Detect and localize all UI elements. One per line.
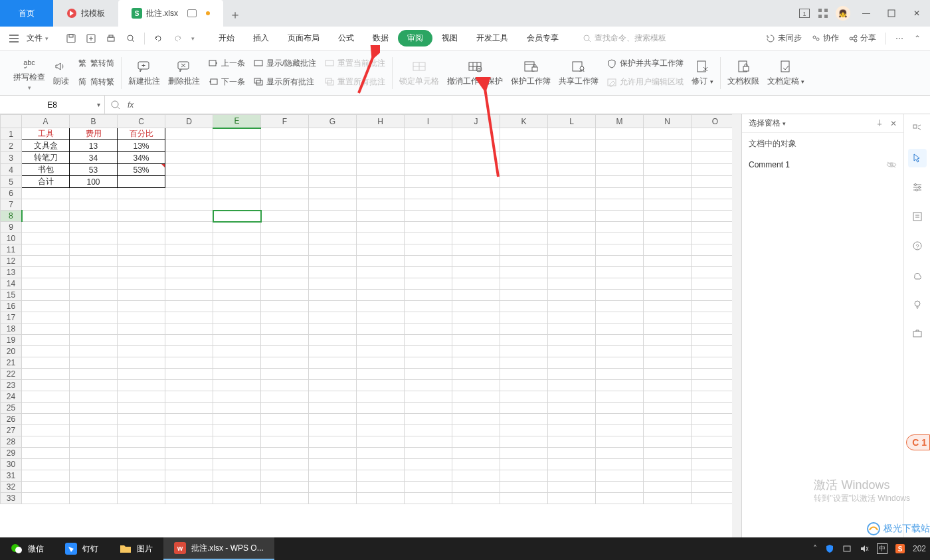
cell[interactable] [261, 448, 309, 459]
cell[interactable] [70, 391, 118, 403]
cell[interactable] [261, 278, 309, 290]
showall-comment-button[interactable]: 显示所有批注 [253, 74, 316, 90]
cell[interactable] [261, 403, 309, 414]
cell[interactable] [309, 459, 357, 470]
cell[interactable] [261, 267, 309, 278]
row-header[interactable]: 20 [1, 346, 22, 357]
cell[interactable] [596, 335, 644, 346]
tab-file[interactable]: S 批注.xlsx [118, 0, 223, 27]
cell[interactable] [405, 278, 452, 290]
cell[interactable]: 53 [70, 164, 118, 176]
cell[interactable] [644, 335, 692, 346]
cell[interactable] [452, 222, 500, 233]
cell[interactable]: 13% [118, 140, 165, 152]
cell[interactable] [644, 448, 692, 459]
cell[interactable] [644, 357, 692, 369]
cell[interactable] [165, 380, 213, 391]
select-all-corner[interactable] [1, 115, 22, 128]
cell[interactable] [309, 324, 357, 335]
cell[interactable] [500, 312, 548, 324]
cell[interactable] [261, 256, 309, 267]
cell[interactable] [261, 369, 309, 380]
cell[interactable] [70, 267, 118, 278]
cell[interactable] [357, 436, 405, 448]
row-header[interactable]: 19 [1, 335, 22, 346]
cell[interactable] [118, 346, 165, 357]
cell[interactable] [596, 244, 644, 256]
cell[interactable] [213, 290, 261, 301]
cell[interactable] [22, 290, 70, 301]
cell[interactable]: 100 [70, 176, 118, 188]
cell[interactable] [213, 493, 261, 504]
cell[interactable] [644, 199, 692, 211]
cell[interactable] [500, 164, 548, 176]
cell[interactable] [70, 244, 118, 256]
row-header[interactable]: 3 [1, 152, 22, 164]
tray-network-icon[interactable] [842, 544, 852, 553]
cell[interactable] [548, 256, 596, 267]
spellcheck-button[interactable]: abc 拼写检查▾ [9, 53, 49, 92]
next-comment-button[interactable]: 下一条 [208, 74, 245, 90]
cell[interactable] [405, 470, 452, 482]
cell[interactable] [309, 278, 357, 290]
cell[interactable] [261, 128, 309, 140]
row-header[interactable]: 29 [1, 448, 22, 459]
cell[interactable] [357, 267, 405, 278]
cell[interactable] [309, 414, 357, 425]
menu-tab-formula[interactable]: 公式 [329, 29, 363, 48]
cell[interactable] [548, 436, 596, 448]
cell[interactable] [213, 152, 261, 164]
cell[interactable] [22, 346, 70, 357]
cell[interactable] [22, 324, 70, 335]
side-backup-icon[interactable] [908, 266, 927, 284]
cell[interactable] [548, 391, 596, 403]
cell[interactable] [405, 222, 452, 233]
cell[interactable] [644, 425, 692, 436]
cell[interactable] [22, 199, 70, 211]
cell[interactable] [452, 459, 500, 470]
cell[interactable] [213, 369, 261, 380]
cell[interactable] [165, 448, 213, 459]
cell[interactable] [405, 482, 452, 493]
cell[interactable] [165, 425, 213, 436]
row-header[interactable]: 33 [1, 493, 22, 504]
cell[interactable] [357, 493, 405, 504]
row-header[interactable]: 17 [1, 312, 22, 324]
cell[interactable] [405, 267, 452, 278]
cell[interactable] [548, 140, 596, 152]
cell[interactable] [309, 391, 357, 403]
cell[interactable] [165, 346, 213, 357]
cell[interactable] [405, 290, 452, 301]
cell[interactable] [118, 290, 165, 301]
cell[interactable] [165, 128, 213, 140]
cell[interactable] [118, 324, 165, 335]
row-header[interactable]: 18 [1, 324, 22, 335]
cell[interactable] [644, 324, 692, 335]
tray-chevron-icon[interactable]: ˄ [813, 544, 817, 553]
side-settings-icon[interactable] [908, 178, 927, 197]
qat-print-icon[interactable] [104, 32, 118, 45]
cell[interactable] [22, 312, 70, 324]
cell[interactable] [548, 470, 596, 482]
vertical-scrollbar[interactable] [732, 114, 741, 537]
cell[interactable] [548, 278, 596, 290]
cell[interactable] [309, 482, 357, 493]
cell[interactable] [118, 176, 165, 188]
cell[interactable] [213, 256, 261, 267]
side-toolbox-icon[interactable] [908, 324, 927, 343]
column-header[interactable]: A [22, 115, 70, 128]
cell[interactable] [548, 493, 596, 504]
cell[interactable] [357, 470, 405, 482]
cell[interactable] [452, 493, 500, 504]
cell[interactable] [213, 357, 261, 369]
row-header[interactable]: 13 [1, 267, 22, 278]
cell[interactable] [165, 493, 213, 504]
column-header[interactable]: I [405, 115, 452, 128]
cell[interactable] [309, 448, 357, 459]
cell[interactable]: 53% [118, 164, 165, 176]
cell[interactable] [644, 380, 692, 391]
menu-tab-pagelayout[interactable]: 页面布局 [278, 29, 329, 48]
task-pictures[interactable]: 图片 [109, 537, 163, 560]
column-header[interactable]: D [165, 115, 213, 128]
cell[interactable] [644, 128, 692, 140]
